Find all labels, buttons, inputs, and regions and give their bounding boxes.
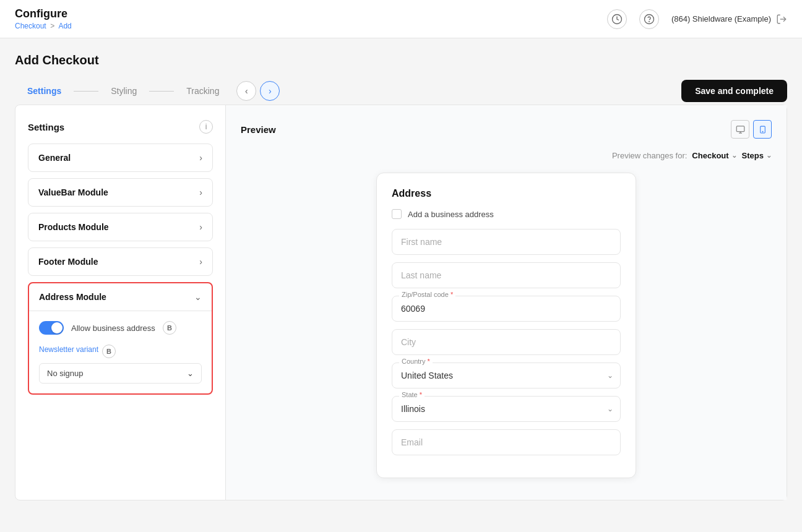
accordion-valuebar-label: ValueBar Module [38,187,108,197]
email-field [392,429,621,455]
state-select[interactable]: Illinois [392,396,621,422]
accordion-products-label: Products Module [38,222,109,232]
accordion-address: Address Module ⌄ Allow business address … [28,282,213,395]
city-input[interactable] [392,329,621,355]
breadcrumb-current: Add [58,22,71,30]
checkout-label: Checkout [692,151,728,160]
allow-business-toggle[interactable] [39,321,64,335]
state-label: State [399,391,425,398]
tab-styling[interactable]: Styling [98,81,149,101]
accordion-footer: Footer Module › [28,247,213,276]
svg-rect-4 [736,126,744,131]
steps-label: Steps [742,151,764,160]
accordion-address-header[interactable]: Address Module ⌄ [29,283,212,311]
accordion-address-content: Allow business address B Newsletter vari… [29,311,212,393]
allow-business-label: Allow business address [71,324,155,333]
steps-chevron-icon: ⌄ [766,152,772,160]
accordion-general-chevron: › [199,153,202,163]
app-title: Configure [15,7,72,20]
checkout-card: Address Add a business address Zip/Posta… [376,173,636,478]
breadcrumb-root[interactable]: Checkout [15,22,46,30]
newsletter-label: Newsletter variant [39,345,98,354]
state-field: State Illinois ⌄ [392,396,621,422]
accordion-general-label: General [38,153,71,163]
svg-point-8 [762,131,762,132]
newsletter-dropdown[interactable]: No signup ⌄ [39,363,202,384]
country-label: Country [399,358,433,365]
desktop-view-button[interactable] [731,120,749,139]
sidebar-info-icon[interactable]: i [199,120,213,134]
topbar-left: Configure Checkout > Add [15,7,72,30]
accordion-valuebar: ValueBar Module › [28,178,213,207]
sidebar-header: Settings i [28,120,213,134]
toggle-knob [51,322,63,333]
preview-for-label: Preview changes for: [612,151,687,160]
checkout-dropdown[interactable]: Checkout ⌄ [692,151,736,160]
tab-next-button[interactable]: › [260,81,280,101]
city-field [392,329,621,355]
newsletter-variant-section: Newsletter variant B No signup ⌄ [39,345,202,384]
country-select-wrapper: United States ⌄ [392,363,621,388]
topbar-right: (864) Shieldware (Example) [607,9,787,29]
tab-tracking[interactable]: Tracking [174,81,231,101]
sidebar: Settings i General › ValueBar Module › [15,105,226,500]
preview-title: Preview [241,124,276,135]
newsletter-badge[interactable]: B [102,345,116,358]
state-select-wrapper: Illinois ⌄ [392,396,621,422]
user-name: (864) Shieldware (Example) [671,14,771,24]
mobile-view-button[interactable] [753,120,772,139]
topbar: Configure Checkout > Add (864) Shieldwar… [0,0,802,38]
last-name-input[interactable] [392,262,621,288]
accordion-valuebar-header[interactable]: ValueBar Module › [28,179,212,206]
view-toggle-buttons [731,120,772,139]
accordion-address-chevron: ⌄ [194,292,202,302]
accordion-footer-label: Footer Module [38,257,98,267]
last-name-field [392,262,621,288]
page-content: Add Checkout Settings Styling Tracking ‹… [0,38,802,515]
accordion-footer-chevron: › [199,257,202,267]
add-business-checkbox[interactable] [392,209,402,219]
svg-point-1 [644,14,653,24]
help-icon[interactable] [639,9,659,29]
tab-divider-1 [74,91,98,92]
first-name-field [392,229,621,255]
email-input[interactable] [392,429,621,455]
preview-area: Preview Preview changes for: Checkout ⌄ [226,105,787,500]
breadcrumb: Checkout > Add [15,22,72,30]
tab-prev-button[interactable]: ‹ [236,81,256,101]
accordion-general: General › [28,144,213,172]
allow-business-row: Allow business address B [39,321,202,335]
sidebar-title: Settings [28,122,64,132]
tab-divider-2 [149,91,174,92]
accordion-valuebar-chevron: › [199,187,202,197]
user-menu[interactable]: (864) Shieldware (Example) [671,14,787,25]
accordion-general-header[interactable]: General › [28,144,212,171]
preview-controls: Preview changes for: Checkout ⌄ Steps ⌄ [241,151,772,160]
tab-row: Settings Styling Tracking ‹ › Save and c… [15,80,787,102]
page-title: Add Checkout [15,53,787,67]
accordion-products-header[interactable]: Products Module › [28,213,212,241]
accordion-footer-header[interactable]: Footer Module › [28,248,212,275]
checkout-chevron-icon: ⌄ [731,152,737,160]
country-field: Country United States ⌄ [392,363,621,388]
accordion-address-label: Address Module [39,292,106,302]
zip-label: Zip/Postal code [399,291,455,298]
newsletter-value: No signup [47,369,84,378]
preview-header: Preview [241,120,772,139]
tab-nav-buttons: ‹ › [236,81,280,101]
clock-icon[interactable] [607,9,627,29]
card-section-title: Address [392,188,621,199]
main-layout: Settings i General › ValueBar Module › [15,105,787,500]
add-business-text: Add a business address [408,210,494,219]
accordion-products: Products Module › [28,213,213,241]
steps-dropdown[interactable]: Steps ⌄ [742,151,772,160]
zip-input[interactable] [392,296,621,322]
tab-settings[interactable]: Settings [15,81,74,101]
save-complete-button[interactable]: Save and complete [681,80,787,102]
zip-field: Zip/Postal code [392,296,621,322]
allow-business-badge[interactable]: B [163,321,176,335]
add-business-row: Add a business address [392,209,621,219]
country-select[interactable]: United States [392,363,621,388]
first-name-input[interactable] [392,229,621,255]
newsletter-chevron-icon: ⌄ [187,369,194,378]
